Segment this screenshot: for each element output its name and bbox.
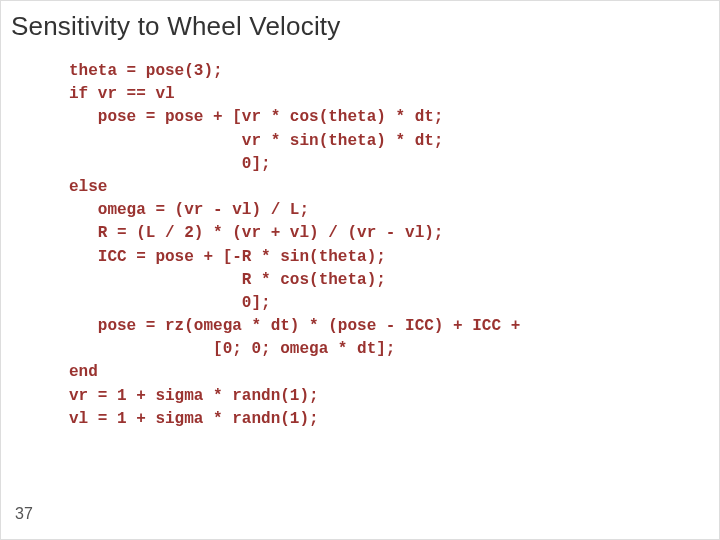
code-block: theta = pose(3); if vr == vl pose = pose…	[69, 60, 705, 431]
page-number: 37	[15, 505, 33, 523]
slide: Sensitivity to Wheel Velocity theta = po…	[0, 0, 720, 540]
page-title: Sensitivity to Wheel Velocity	[11, 11, 705, 42]
